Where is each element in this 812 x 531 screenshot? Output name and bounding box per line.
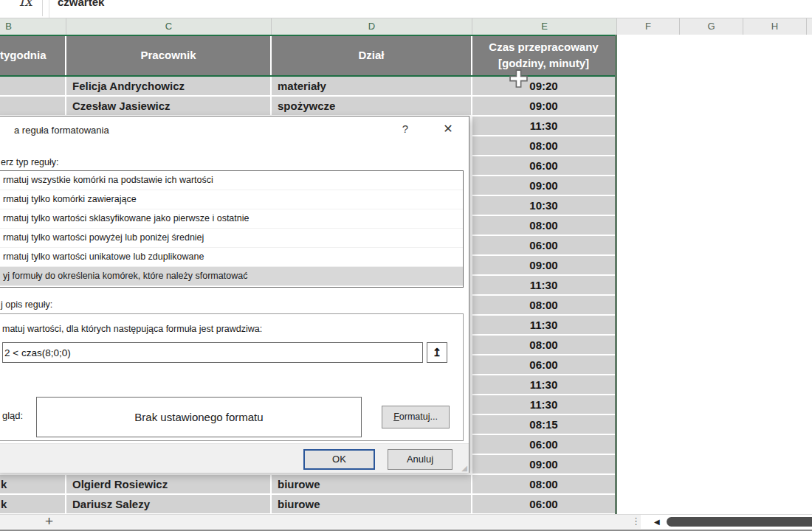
rule-type-listbox: rmatuj wszystkie komórki na podstawie ic… — [0, 170, 464, 288]
formula-input[interactable] — [2, 342, 423, 363]
cell-time[interactable]: 11:30 — [472, 276, 615, 296]
divider — [42, 0, 43, 16]
column-header-d[interactable]: D — [272, 18, 472, 35]
dialog-title: a reguła formatowania — [14, 125, 109, 136]
cell-time[interactable]: 09:00 — [472, 176, 615, 196]
rule-type-label: erz typ reguły: — [1, 157, 59, 167]
cell-time[interactable]: 06:00 — [472, 236, 615, 256]
divider — [49, 0, 49, 18]
cell-time[interactable]: 09:00 — [472, 455, 615, 475]
header-cell-time[interactable]: Czas przepracowany [godziny, minuty] — [472, 35, 615, 75]
header-cell-department[interactable]: Dział — [272, 35, 471, 75]
cell-time[interactable]: 09:00 — [472, 97, 615, 117]
column-header-h[interactable]: H — [743, 18, 807, 35]
rule-type-item[interactable]: rmatuj wszystkie komórki na podstawie ic… — [0, 171, 463, 190]
cell-department[interactable]: biurowe — [272, 495, 471, 515]
rule-type-item[interactable]: rmatuj tylko wartości powyżej lub poniże… — [0, 229, 463, 248]
new-formatting-rule-dialog: a reguła formatowania ? ✕ erz typ reguły… — [0, 116, 469, 473]
column-header-e[interactable]: E — [472, 18, 617, 35]
cell-department[interactable]: biurowe — [272, 475, 471, 495]
format-preview: Brak ustawionego formatu — [36, 397, 362, 437]
formula-bar: fx czwartek — [0, 0, 812, 18]
cell-time[interactable]: 10:30 — [472, 196, 615, 216]
rule-type-item[interactable]: rmatuj tylko wartości unikatowe lub zdup… — [0, 248, 463, 267]
insert-function-icon[interactable]: fx — [19, 0, 32, 9]
cell-time[interactable]: 08:00 — [472, 136, 615, 156]
header-cell-employee[interactable]: Pracownik — [66, 35, 270, 75]
add-sheet-icon[interactable]: + — [45, 513, 53, 530]
cell-time[interactable]: 09:00 — [472, 256, 615, 276]
horizontal-scrollbar-thumb[interactable] — [667, 517, 812, 527]
help-icon[interactable]: ? — [398, 122, 413, 135]
cell-time[interactable]: 08:15 — [472, 415, 615, 435]
cell-time[interactable]: 06:00 — [472, 355, 615, 375]
scroll-left-icon[interactable]: ◀ — [654, 518, 660, 526]
more-dots-icon[interactable]: ⋮ — [631, 516, 641, 527]
column-header-b[interactable]: B — [0, 18, 66, 35]
cell-time[interactable]: 08:00 — [472, 475, 615, 495]
rule-type-item[interactable]: rmatuj tylko wartości sklasyfikowane jak… — [0, 209, 463, 229]
format-button-label: ormatuj... — [399, 412, 438, 422]
cancel-button[interactable]: Anuluj — [388, 449, 453, 470]
cell-time[interactable]: 11:30 — [472, 316, 615, 336]
cell-time[interactable]: 09:20 — [472, 77, 615, 97]
cell-time[interactable]: 06:00 — [472, 156, 615, 176]
dialog-footer: OK Anuluj ◢ — [0, 443, 469, 473]
sheet-tab-bar: + ⋮ ◀ — [0, 514, 812, 529]
cell-day[interactable]: k — [0, 475, 65, 495]
cell-time[interactable]: 08:00 — [472, 336, 615, 355]
preview-label: gląd: — [2, 410, 23, 421]
cell-employee[interactable]: Czesław Jasiewicz — [66, 97, 270, 117]
column-header-c[interactable]: C — [66, 18, 272, 35]
formula-label: matuj wartości, dla których następująca … — [2, 324, 262, 334]
cell-employee[interactable]: Olgierd Rosiewicz — [66, 475, 270, 495]
cell-department[interactable]: materiały — [272, 77, 471, 97]
header-time-line2: [godziny, minuty] — [498, 55, 589, 72]
header-time-line1: Czas przepracowany — [489, 39, 598, 55]
cell-time[interactable]: 06:00 — [472, 495, 615, 515]
selection-border-right — [615, 35, 617, 515]
cell-department[interactable]: spożywcze — [272, 97, 471, 117]
cell-time[interactable]: 06:00 — [472, 435, 615, 455]
cell-employee[interactable]: Felicja Andrychowicz — [66, 77, 270, 97]
cell-employee[interactable]: Dariusz Salezy — [66, 495, 270, 515]
edit-description-label: j opis reguły: — [1, 299, 52, 310]
column-header-f[interactable]: F — [617, 18, 680, 35]
resize-grip[interactable]: ◢ — [461, 464, 467, 472]
rule-type-item[interactable]: rmatuj tylko komórki zawierające — [0, 190, 463, 209]
cell-time[interactable]: 08:00 — [472, 296, 615, 316]
formula-bar-value[interactable]: czwartek — [58, 0, 104, 11]
cell-time[interactable]: 11:30 — [472, 117, 615, 136]
cell-time[interactable]: 11:30 — [472, 395, 615, 415]
cell-day[interactable]: k — [0, 495, 65, 515]
cell-time[interactable]: 11:30 — [472, 375, 615, 395]
collapse-dialog-icon[interactable]: ↥ — [427, 342, 447, 363]
format-button[interactable]: Formatuj... — [382, 406, 450, 428]
column-header-g[interactable]: G — [680, 18, 743, 35]
excel-window: fx czwartek B C D E F G H tygodnia Praco… — [0, 0, 812, 531]
header-cell-day[interactable]: tygodnia — [0, 35, 65, 75]
selection-border-top — [0, 35, 617, 36]
cell-time[interactable]: 08:00 — [472, 216, 615, 236]
close-icon[interactable]: ✕ — [439, 122, 457, 136]
cell-cursor-icon — [509, 69, 528, 88]
format-button-accel: F — [393, 412, 399, 422]
rule-type-item-selected[interactable]: yj formuły do określenia komórek, które … — [0, 267, 463, 286]
ok-button[interactable]: OK — [303, 449, 375, 470]
column-header-strip: B C D E F G H — [0, 18, 812, 35]
cell-day[interactable] — [0, 97, 65, 117]
cell-day[interactable] — [0, 77, 65, 97]
